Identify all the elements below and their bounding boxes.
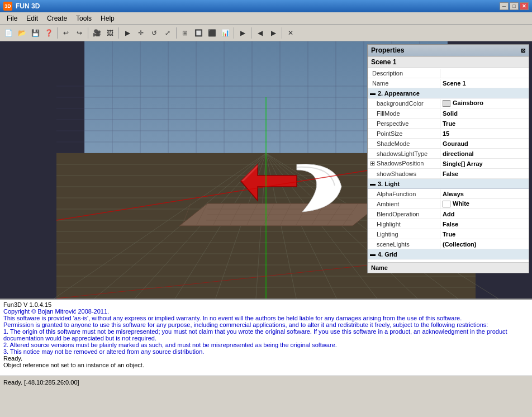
scale-tool[interactable]: ⤢: [162, 27, 174, 39]
menu-tools[interactable]: Tools: [72, 13, 96, 23]
prop-row-shadowspos: ⊞ ShadowsPosition Single[] Array: [368, 159, 529, 169]
info-line-6: 3. This notice may not be removed or alt…: [3, 348, 529, 355]
open-button[interactable]: 📂: [16, 27, 28, 39]
prop-key-fillmode: FillMode: [368, 109, 440, 118]
prop-key-alphafunc: AlphaFunction: [368, 189, 440, 198]
menu-create[interactable]: Create: [42, 13, 72, 23]
prop-val-pointsize: 15: [440, 129, 529, 138]
version-text: Fun3D V 1.0.4.15: [3, 301, 529, 308]
redo-button[interactable]: ↪: [73, 27, 86, 39]
window-controls[interactable]: ─ □ ✕: [500, 2, 529, 10]
app-title: FUN 3D: [16, 2, 500, 10]
menu-edit[interactable]: Edit: [22, 13, 42, 23]
prop-row-bgcolor: backgroundColor Gainsboro: [368, 98, 529, 108]
status-bar: Ready. [-48.10:285.26:0.00]: [0, 376, 532, 388]
3d-viewport[interactable]: Properties ⊠ Scene 1 Description Name Sc…: [0, 41, 532, 298]
prop-val-ambient: White: [440, 199, 529, 209]
prop-row-name: Name Scene 1: [368, 78, 529, 88]
prop-key-showshadows: showShadows: [368, 169, 440, 178]
prop-key-shademode: ShadeMode: [368, 139, 440, 148]
move-tool[interactable]: ✛: [135, 27, 147, 39]
close-x-button[interactable]: ✕: [284, 27, 297, 39]
prop-key-scenelights: sceneLights: [368, 240, 440, 249]
info-line-2: Permission is granted to anyone to use t…: [3, 321, 529, 328]
prop-key-highlight: Highlight: [368, 220, 440, 229]
prop-row-shadowslight: shadowsLightType directional: [368, 149, 529, 159]
section-grid-label: 4. Grid: [378, 251, 397, 258]
properties-title: Properties: [371, 46, 404, 54]
prop-val-showshadows: False: [440, 169, 529, 178]
save-button[interactable]: 💾: [29, 27, 41, 39]
prop-row-description: Description: [368, 68, 529, 78]
copyright-text: Copyright © Bojan Mitrović 2008-2011.: [3, 308, 529, 315]
toolbar: 📄 📂 💾 ❓ ↩ ↪ 🎥 🖼 ▶ ✛ ↺ ⤢ ⊞ 🔲 ⬛ 📊 ▶ ◀ ▶ ✕: [0, 25, 532, 41]
prop-val-fillmode: Solid: [440, 109, 529, 118]
prop-row-pointsize: PointSize 15: [368, 129, 529, 139]
props-name-bar: Name: [368, 262, 529, 273]
prop-key-blendop: BlendOperation: [368, 210, 440, 219]
prop-key-shadowspos: ⊞ ShadowsPosition: [368, 159, 440, 168]
ambient-swatch: [443, 201, 450, 207]
play-button[interactable]: ▶: [236, 27, 249, 39]
tb-extra1[interactable]: ⬛: [206, 27, 218, 39]
prop-row-alphafunc: AlphaFunction Always: [368, 189, 529, 199]
prop-val-alphafunc: Always: [440, 189, 529, 198]
prop-row-perspective: Perspective True: [368, 119, 529, 129]
prop-val-shademode: Gouraud: [440, 139, 529, 148]
separator-6: [251, 27, 251, 39]
properties-table: Description Name Scene 1 ▬ 2. Appearance…: [368, 68, 529, 262]
close-button[interactable]: ✕: [520, 2, 529, 10]
help-button[interactable]: ❓: [42, 27, 55, 39]
menu-help[interactable]: Help: [96, 13, 119, 23]
collapse-icon-grid[interactable]: ▬: [370, 251, 376, 257]
section-grid: ▬ 4. Grid: [368, 249, 529, 259]
separator-4: [176, 27, 177, 39]
menu-file[interactable]: File: [2, 13, 22, 23]
minimize-button[interactable]: ─: [500, 2, 509, 10]
separator-1: [57, 27, 58, 39]
separator-7: [282, 27, 282, 39]
prop-key-description: Description: [368, 69, 440, 78]
info-line-3: 1. The origin of this software must not …: [3, 328, 529, 335]
menubar: File Edit Create Tools Help: [0, 12, 532, 25]
prop-val-lighting: True: [440, 230, 529, 239]
prop-key-bgcolor: backgroundColor: [368, 99, 440, 108]
prop-row-ambient: Ambient White: [368, 199, 529, 209]
rotate-tool[interactable]: ↺: [148, 27, 160, 39]
prop-key-ambient: Ambient: [368, 200, 440, 209]
maximize-button[interactable]: □: [510, 2, 519, 10]
prop-val-shadowspos: Single[] Array: [440, 159, 529, 168]
prop-val-bgcolor: Gainsboro: [440, 98, 529, 108]
tb-render[interactable]: 🖼: [104, 27, 116, 39]
tb-cam[interactable]: 🎥: [91, 27, 103, 39]
collapse-icon-light[interactable]: ▬: [370, 181, 376, 187]
next-button[interactable]: ▶: [267, 27, 279, 39]
section-appearance-label: 2. Appearance: [378, 90, 420, 97]
main-area: Properties ⊠ Scene 1 Description Name Sc…: [0, 41, 532, 298]
app-icon: 3D: [3, 2, 12, 11]
prop-row-shademode: ShadeMode Gouraud: [368, 139, 529, 149]
scene-title: Scene 1: [368, 56, 529, 68]
prev-button[interactable]: ◀: [254, 27, 266, 39]
collapse-icon[interactable]: ▬: [370, 90, 376, 96]
snap-button[interactable]: 🔲: [192, 27, 205, 39]
grid-button[interactable]: ⊞: [179, 27, 191, 39]
new-button[interactable]: 📄: [2, 27, 15, 39]
prop-row-highlight: Highlight False: [368, 219, 529, 229]
prop-row-showshadows: showShadows False: [368, 169, 529, 179]
info-line-1: This software is provided 'as-is', witho…: [3, 315, 529, 321]
section-light-label: 3. Light: [378, 181, 400, 187]
info-area: Fun3D V 1.0.4.15 Copyright © Bojan Mitro…: [0, 298, 532, 376]
status-text: Ready. [-48.10:285.26:0.00]: [3, 379, 79, 386]
properties-titlebar: Properties ⊠: [368, 45, 529, 56]
prop-val-highlight: False: [440, 220, 529, 229]
tb-extra2[interactable]: 📊: [219, 27, 231, 39]
undo-button[interactable]: ↩: [60, 27, 72, 39]
prop-val-description: [440, 72, 529, 74]
properties-close-button[interactable]: ⊠: [521, 48, 525, 54]
prop-val-name: Scene 1: [440, 79, 529, 88]
prop-row-blendop: BlendOperation Add: [368, 209, 529, 219]
section-light: ▬ 3. Light: [368, 179, 529, 189]
select-tool[interactable]: ▶: [121, 27, 134, 39]
ready-text: Ready.: [3, 355, 529, 362]
